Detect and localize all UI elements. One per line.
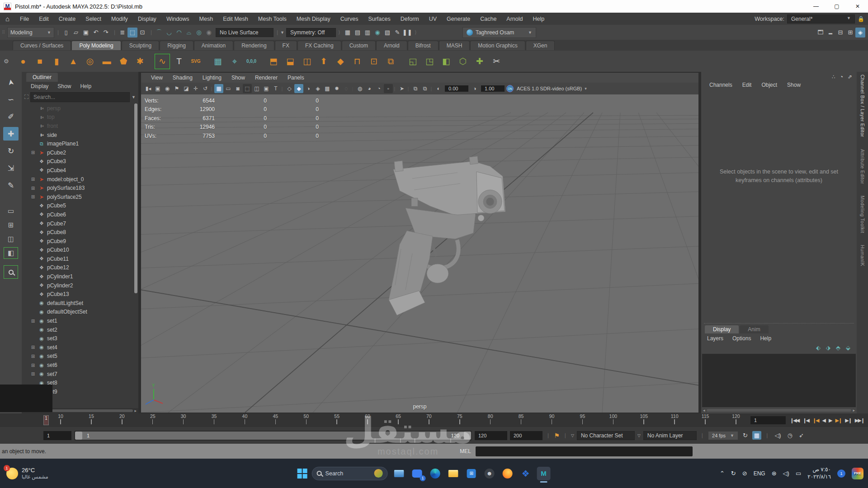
outliner-item[interactable]: ⊞ ◉ set4 <box>24 343 138 352</box>
outliner-item[interactable]: ❖ pCube10 <box>24 246 138 255</box>
sidebar-toggle-icon[interactable]: ◈ <box>855 28 865 38</box>
lock-icon[interactable]: 🔒 <box>858 16 864 22</box>
timeline-tick[interactable]: 25 <box>147 413 158 427</box>
layout-shortcut-button[interactable]: ⊞ <box>4 220 18 230</box>
range-slider[interactable]: 1 120 <box>74 431 472 441</box>
snap-icon[interactable]: ◎ <box>194 28 204 38</box>
sidebar-vertical-tab[interactable]: Channel Box / Layer Editor <box>860 75 865 137</box>
notification-center-icon[interactable]: 1 <box>837 469 845 478</box>
timeline-tick[interactable]: 30 <box>178 413 189 427</box>
viewport-toolbar-icon[interactable]: ⧉ <box>411 84 420 93</box>
viewport-menu-item[interactable]: Show <box>227 75 250 81</box>
outliner-item[interactable]: ❖ pCube8 <box>24 228 138 237</box>
menu-item[interactable]: Arnold <box>501 16 528 22</box>
outliner-item[interactable]: ❖ pCube4 <box>24 166 138 175</box>
sidebar-vertical-tab[interactable]: Attribute Editor <box>860 149 865 184</box>
taskbar-app-icon[interactable] <box>429 467 442 480</box>
menu-item[interactable]: Generate <box>442 16 475 22</box>
outliner-item[interactable]: ◉ defaultObjectSet <box>24 308 138 317</box>
outliner-item[interactable]: ⊞ ◉ set1 <box>24 316 138 325</box>
timeline-tick[interactable]: 110 <box>669 413 680 427</box>
shelf-tab[interactable]: MASH <box>439 41 470 50</box>
tool-button[interactable]: ➤ <box>3 75 19 89</box>
viewport-toolbar-icon[interactable]: ◆ <box>294 84 303 93</box>
maximize-button[interactable]: ▢ <box>826 0 847 13</box>
channelbox-toolbar-icon[interactable]: ∴ <box>832 74 835 80</box>
tray-icon[interactable]: ↻ <box>731 470 736 477</box>
search-input[interactable]: Search <box>312 467 388 480</box>
viewport-toolbar-icon[interactable]: ▫ <box>384 84 393 93</box>
layer-editor-menu-item[interactable]: Options <box>728 335 755 342</box>
menu-item[interactable]: Help <box>528 16 550 22</box>
viewport-menu-item[interactable]: Panels <box>283 75 309 81</box>
timeline-tick[interactable]: 95 <box>577 413 588 427</box>
tray-icon[interactable]: ENG <box>754 470 765 477</box>
outliner-item[interactable]: ❖ pCube6 <box>24 210 138 219</box>
playback-button[interactable]: ◀ <box>821 418 826 423</box>
timeline-tick[interactable]: 85 <box>516 413 527 427</box>
animation-end-field[interactable]: 200 <box>510 431 542 440</box>
shelf-button[interactable]: ✂ <box>489 54 504 69</box>
outliner-item[interactable]: ❖ pCube11 <box>24 254 138 263</box>
outliner-tab[interactable]: Outliner <box>26 73 58 82</box>
expand-icon[interactable]: ⊞ <box>30 150 36 155</box>
outliner-item[interactable]: ⊞ ◉ set6 <box>24 361 138 370</box>
status-icon[interactable]: ▯ <box>61 28 71 38</box>
viewport-toolbar-icon[interactable]: ▭ <box>224 84 233 93</box>
channelbox-menu-item[interactable]: Channels <box>705 82 737 88</box>
timeline-tick[interactable]: 15 <box>86 413 97 427</box>
shelf-tab[interactable]: Curves / Surfaces <box>13 41 71 50</box>
viewport-menu-item[interactable]: Renderer <box>250 75 282 81</box>
start-button[interactable] <box>297 469 307 479</box>
shelf-button[interactable]: ⬓ <box>283 54 298 69</box>
filter-icon[interactable]: ⛶ <box>24 94 28 101</box>
shelf-tab[interactable]: Sculpting <box>122 41 159 50</box>
shelf-button[interactable]: ▲ <box>66 54 81 69</box>
status-icon[interactable]: ▱ <box>71 28 81 38</box>
viewport-toolbar-icon[interactable]: ⧉ <box>420 84 429 93</box>
render-icon[interactable]: ❚❚ <box>402 28 412 38</box>
weather-widget[interactable]: 1 26°C مشمس غالبا <box>0 467 90 480</box>
outliner-item[interactable]: ❖ pCube5 <box>24 202 138 211</box>
snap-icon[interactable]: ◠ <box>174 28 184 38</box>
menu-item[interactable]: Mesh Tools <box>253 16 292 22</box>
sidebar-toggle-icon[interactable]: ⊞ <box>845 28 855 38</box>
viewport-toolbar-icon[interactable]: ▣ <box>153 84 162 93</box>
gamma-icon[interactable]: ◑ <box>470 84 479 93</box>
outliner-item[interactable]: ⧉ imagePlane1 <box>24 139 138 148</box>
shelf-tab[interactable]: Rigging <box>160 41 193 50</box>
shelf-tab[interactable]: Arnold <box>376 41 407 50</box>
taskbar-app-icon[interactable]: ⊞ <box>465 467 478 480</box>
shelf-tab[interactable]: Poly Modeling <box>71 41 121 50</box>
viewport-toolbar-icon[interactable]: ◪ <box>182 84 191 93</box>
shelf-button[interactable]: ⬆ <box>316 54 331 69</box>
playback-button[interactable]: ❙◀◀ <box>788 418 800 423</box>
tool-button[interactable]: ✐ <box>3 110 19 123</box>
viewport-menu-item[interactable]: Lighting <box>198 75 226 81</box>
layer-action-icon[interactable]: ⬗ <box>826 344 830 351</box>
outliner-item[interactable]: ❖ pCylinder2 <box>24 281 138 290</box>
shelf-button[interactable]: ⊡ <box>366 54 382 69</box>
shelf-button[interactable]: ◧ <box>439 54 454 69</box>
timeline-tick[interactable]: 40 <box>239 413 250 427</box>
tool-button[interactable]: ↻ <box>3 144 19 158</box>
tray-icon[interactable]: ◁) <box>783 470 789 477</box>
shelf-button[interactable]: ◫ <box>299 54 315 69</box>
viewport-toolbar-icon[interactable]: ▮◂ <box>144 84 153 93</box>
timer-icon[interactable]: ◷ <box>786 432 794 439</box>
shelf-tab[interactable]: Animation <box>194 41 233 50</box>
menu-item[interactable]: Mesh Display <box>292 16 335 22</box>
shelf-tab[interactable]: Bifrost <box>408 41 439 50</box>
viewport-toolbar-icon[interactable]: ◑ <box>304 84 313 93</box>
shelf-button[interactable]: SVG <box>188 54 203 69</box>
timeline-tick[interactable]: 90 <box>547 413 557 427</box>
expand-icon[interactable]: ⊞ <box>30 345 36 350</box>
layer-editor-menu-item[interactable]: Layers <box>703 335 727 342</box>
taskbar-app-icon[interactable] <box>392 467 406 480</box>
exposure-field[interactable]: 0.00 <box>445 85 468 92</box>
render-icon[interactable]: ▧ <box>382 28 392 38</box>
tool-button[interactable]: ⇲ <box>3 161 19 175</box>
sidebar-toggle-icon[interactable]: 🗔 <box>816 28 826 38</box>
layer-editor-tab[interactable]: Display <box>705 325 739 333</box>
taskbar-app-icon[interactable]: 1 <box>410 467 424 480</box>
